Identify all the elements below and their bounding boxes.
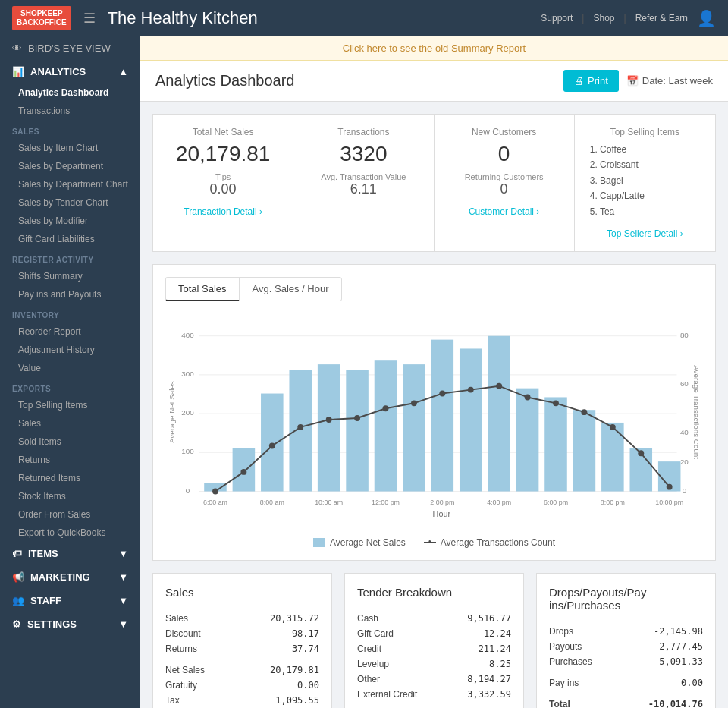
sidebar-sub-quickbooks[interactable]: Export to QuickBooks [0, 524, 140, 542]
svg-text:4:00 pm: 4:00 pm [487, 499, 511, 506]
sidebar-sub-sales-department[interactable]: Sales by Department [0, 157, 140, 175]
bar-5 [318, 364, 340, 491]
stats-row: Total Net Sales 20,179.81 Tips 0.00 Tran… [152, 114, 716, 252]
sidebar-sub-sales-dept-chart[interactable]: Sales by Department Chart [0, 175, 140, 194]
bird-eye-icon: 👁 [12, 42, 22, 54]
chevron-down-icon4: ▼ [118, 618, 128, 630]
app-body: 👁 BIRD'S EYE VIEW 📊 ANALYTICS ▲ Analytic… [0, 36, 728, 708]
page-header: Analytics Dashboard 🖨 Print 📅 Date: Last… [140, 61, 728, 102]
sidebar-sub-sales-modifier[interactable]: Sales by Modifier [0, 212, 140, 230]
drops-row-total: Total -10,014.76 [549, 694, 703, 708]
dashboard-content: Total Net Sales 20,179.81 Tips 0.00 Tran… [140, 102, 728, 708]
settings-icon: ⚙ [12, 618, 21, 630]
support-link[interactable]: Support [541, 13, 573, 24]
svg-text:300: 300 [181, 370, 194, 378]
dot-13 [553, 400, 559, 406]
shop-link[interactable]: Shop [593, 13, 614, 24]
tab-total-sales[interactable]: Total Sales [165, 277, 240, 301]
bar-15 [601, 423, 624, 492]
sidebar-sub-top-selling[interactable]: Top Selling Items [0, 396, 140, 414]
sidebar-sub-gift-card[interactable]: Gift Card Liabilities [0, 230, 140, 248]
svg-text:0: 0 [682, 486, 687, 494]
tender-row-5: External Credit 3,332.59 [357, 687, 511, 702]
sidebar-sub-reorder[interactable]: Reorder Report [0, 323, 140, 341]
svg-text:200: 200 [181, 408, 194, 417]
refer-earn-link[interactable]: Refer & Earn [635, 13, 688, 24]
chevron-up-icon: ▲ [118, 66, 128, 77]
sidebar-item-bird-eye[interactable]: 👁 BIRD'S EYE VIEW [0, 36, 140, 60]
sidebar-sub-sales-tender-chart[interactable]: Sales by Tender Chart [0, 194, 140, 212]
bottom-grid: Sales Sales 20,315.72 Discount 98.17 Ret… [152, 573, 716, 708]
sidebar-sub-adjustment[interactable]: Adjustment History [0, 341, 140, 359]
stat-top-sellers: Top Selling Items 1. Coffee 2. Croissant… [575, 115, 715, 251]
dot-4 [297, 424, 303, 430]
top-sellers-detail-link[interactable]: Top Sellers Detail › [590, 228, 700, 239]
sidebar-item-items[interactable]: 🏷 ITEMS ▼ [0, 542, 140, 565]
user-icon[interactable]: 👤 [697, 9, 716, 27]
chevron-down-icon2: ▼ [118, 571, 128, 583]
sidebar-label-sales: SALES [0, 120, 140, 139]
logo: SHOPKEEP BACKOFFICE [12, 6, 71, 30]
tender-row-4: Other 8,194.27 [357, 672, 511, 687]
seller-5: 5. Tea [590, 204, 700, 219]
tender-row-2: Credit 211.24 [357, 641, 511, 656]
transactions-value: 3320 [309, 142, 418, 166]
tender-row-3: Levelup 8.25 [357, 656, 511, 672]
stat-total-sales: Total Net Sales 20,179.81 Tips 0.00 Tran… [153, 115, 293, 251]
sidebar-item-settings[interactable]: ⚙ SETTINGS ▼ [0, 612, 140, 636]
drops-row-3: Pay ins 0.00 [549, 675, 703, 691]
svg-text:6:00 pm: 6:00 pm [544, 499, 568, 506]
stat-transactions: Transactions 3320 Avg. Transaction Value… [293, 115, 434, 251]
sidebar-sub-sales-item-chart[interactable]: Sales by Item Chart [0, 139, 140, 157]
hamburger-icon[interactable]: ☰ [83, 10, 96, 27]
dot-10 [468, 387, 474, 393]
svg-text:Hour: Hour [433, 509, 451, 518]
store-name: The Healthy Kitchen [108, 8, 541, 28]
sidebar-item-analytics[interactable]: 📊 ANALYTICS ▲ [0, 60, 140, 83]
sidebar-sub-stock[interactable]: Stock Items [0, 487, 140, 505]
main-content: Click here to see the old Summary Report… [140, 36, 728, 708]
tender-title: Tender Breakdown [357, 586, 511, 599]
page-title: Analytics Dashboard [155, 72, 294, 90]
customer-detail-link[interactable]: Customer Detail › [450, 206, 559, 217]
bar-12 [516, 389, 539, 492]
svg-text:12:00 pm: 12:00 pm [372, 499, 400, 506]
sidebar-sub-payins[interactable]: Pay ins and Payouts [0, 285, 140, 304]
chart-legend: Average Net Sales Average Transactions C… [165, 537, 703, 548]
total-sales-value: 20,179.81 [168, 142, 278, 166]
sidebar-sub-returns[interactable]: Returns [0, 451, 140, 469]
sales-card: Sales Sales 20,315.72 Discount 98.17 Ret… [152, 573, 332, 708]
dot-8 [411, 400, 417, 406]
banner-link[interactable]: Click here to see the old Summary Report [343, 42, 526, 54]
svg-text:10:00 pm: 10:00 pm [655, 499, 683, 506]
sidebar-sub-analytics-dashboard[interactable]: Analytics Dashboard [0, 83, 140, 102]
sidebar-sub-returned[interactable]: Returned Items [0, 469, 140, 487]
svg-text:Average Net Sales: Average Net Sales [168, 381, 176, 443]
svg-text:8:00 pm: 8:00 pm [601, 499, 625, 506]
bar-13 [544, 397, 567, 491]
sidebar-item-staff[interactable]: 👥 STAFF ▼ [0, 589, 140, 612]
bar-7 [375, 360, 397, 491]
svg-text:6:00 am: 6:00 am [203, 499, 228, 506]
svg-text:100: 100 [181, 447, 194, 455]
chevron-down-icon: ▼ [118, 548, 128, 559]
dot-1 [212, 489, 218, 495]
sidebar-sub-transactions[interactable]: Transactions [0, 102, 140, 120]
top-selling-label: Top Selling Items [590, 127, 700, 137]
legend-line-icon [424, 542, 436, 543]
sidebar-sub-sales-export[interactable]: Sales [0, 414, 140, 433]
sidebar-sub-shifts[interactable]: Shifts Summary [0, 267, 140, 285]
sales-row-2: Returns 37.74 [165, 641, 319, 656]
print-button[interactable]: 🖨 Print [563, 70, 619, 92]
sidebar-sub-sold-items[interactable]: Sold Items [0, 433, 140, 451]
svg-text:80: 80 [680, 331, 689, 339]
sidebar-sub-value[interactable]: Value [0, 359, 140, 377]
tab-avg-sales[interactable]: Avg. Sales / Hour [240, 277, 342, 301]
sidebar-label-inventory: INVENTORY [0, 304, 140, 323]
sidebar-item-marketing[interactable]: 📢 MARKETING ▼ [0, 565, 140, 589]
bar-4 [289, 370, 312, 492]
drops-title: Drops/Payouts/Pay ins/Purchases [549, 586, 703, 612]
bar-3 [261, 393, 284, 491]
transaction-detail-link[interactable]: Transaction Detail › [168, 206, 278, 217]
sidebar-sub-order[interactable]: Order From Sales [0, 505, 140, 524]
